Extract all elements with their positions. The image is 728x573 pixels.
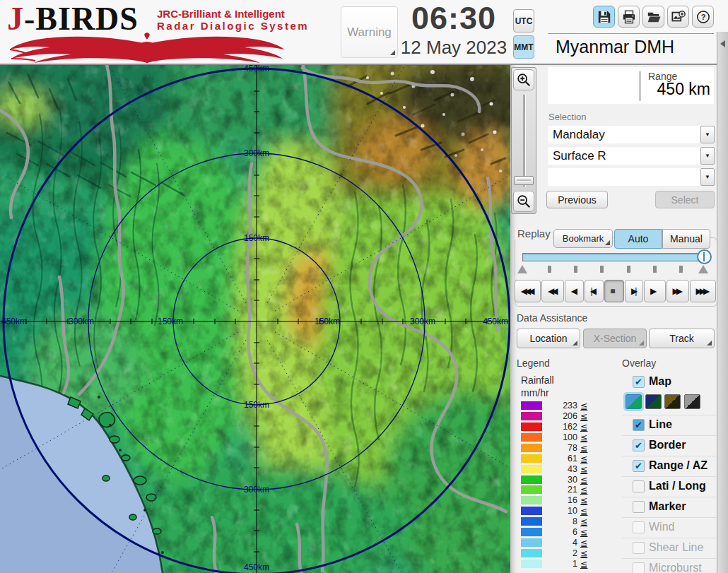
map-style-swatch[interactable] bbox=[645, 394, 662, 409]
track-button[interactable]: Track bbox=[649, 329, 715, 348]
add-image-button[interactable] bbox=[667, 6, 689, 28]
control-panel: Range 450 km Selection Mandalay ▼ Surfac… bbox=[510, 65, 717, 573]
bookmark-button[interactable]: Bookmark bbox=[553, 229, 613, 248]
selection-label: Selection bbox=[548, 112, 586, 122]
stop-button[interactable]: ■ bbox=[604, 280, 625, 302]
legend-swatch bbox=[521, 485, 542, 494]
checkbox[interactable] bbox=[633, 501, 645, 513]
site-dropdown-value[interactable]: Mandalay bbox=[548, 126, 700, 143]
playback-controls: ◀◀◀ ◀◀ ◀ |◀ ■ ▶| ▶ ▶▶ ▶▶▶ bbox=[515, 280, 717, 302]
checkbox[interactable]: ✔ bbox=[633, 419, 645, 431]
zoom-slider-handle[interactable] bbox=[514, 176, 534, 185]
help-icon: ? bbox=[696, 10, 710, 24]
toolbar: ? bbox=[593, 6, 714, 28]
checkbox[interactable] bbox=[633, 480, 645, 492]
skip-to-end-button[interactable]: ▶| bbox=[625, 280, 643, 302]
clock-date: 12 May 2023 bbox=[398, 37, 510, 58]
overlay-label: Overlay bbox=[622, 358, 656, 369]
legend-swatch bbox=[521, 517, 542, 526]
option-dropdown-button[interactable]: ▼ bbox=[700, 168, 715, 186]
overlay-item-line[interactable]: ✔ Line bbox=[622, 418, 717, 434]
logo-title-accent: J bbox=[7, 1, 24, 37]
data-assistance-label: Data Assistance bbox=[517, 312, 587, 324]
overlay-item-marker[interactable]: Marker bbox=[622, 500, 717, 516]
overlay-item-lati-long[interactable]: Lati / Long bbox=[622, 480, 717, 495]
legend-swatch bbox=[521, 444, 542, 452]
logo-title-rest: -BIRDS bbox=[24, 1, 139, 37]
location-button[interactable]: Location bbox=[517, 329, 580, 348]
legend-swatch bbox=[521, 528, 542, 536]
ring-label: 450km bbox=[1, 317, 27, 326]
overlay-item-microburst: Microburst bbox=[622, 562, 717, 573]
print-button[interactable] bbox=[618, 6, 640, 28]
replay-label: Replay bbox=[515, 228, 553, 240]
open-folder-icon bbox=[647, 10, 661, 24]
checkbox[interactable]: ✔ bbox=[633, 376, 645, 388]
replay-timeline-slider[interactable] bbox=[522, 253, 710, 261]
ring-label: 450km bbox=[483, 317, 508, 326]
overlay-item-map[interactable]: ✔ Map bbox=[622, 375, 717, 391]
zoom-out-button[interactable] bbox=[513, 191, 534, 212]
ring-label: 150km bbox=[244, 400, 269, 410]
play-backward-button[interactable]: ◀ bbox=[565, 280, 584, 302]
option-dropdown-value[interactable] bbox=[548, 168, 700, 186]
clock: 06:30 12 May 2023 bbox=[398, 0, 510, 58]
x-section-button[interactable]: X-Section bbox=[583, 329, 647, 348]
checkbox bbox=[633, 521, 645, 533]
ring-label: 450km bbox=[244, 65, 269, 73]
forward-fastest-button[interactable]: ▶▶▶ bbox=[690, 280, 716, 302]
play-button[interactable]: ▶ bbox=[644, 280, 666, 302]
product-dropdown-button[interactable]: ▼ bbox=[700, 147, 715, 165]
timezone-utc-button[interactable]: UTC bbox=[513, 9, 534, 33]
overlay-item-border[interactable]: ✔ Border bbox=[622, 439, 717, 454]
forward-fast-button[interactable]: ▶▶ bbox=[667, 280, 689, 302]
zoom-slider-track[interactable] bbox=[523, 95, 526, 187]
ring-label: 300km bbox=[410, 317, 435, 326]
clock-time: 06:30 bbox=[398, 0, 510, 37]
chevron-down-icon: ▼ bbox=[705, 174, 710, 180]
timezone-mmt-button[interactable]: MMT bbox=[513, 35, 534, 59]
logo-tagline: JRC-Brilliant & Intelligent Radar Dialog… bbox=[157, 8, 309, 32]
print-icon bbox=[622, 10, 636, 24]
add-image-icon bbox=[671, 10, 686, 24]
map-style-swatch[interactable] bbox=[664, 394, 681, 409]
manual-mode-button[interactable]: Manual bbox=[662, 229, 710, 249]
overlay-item-range-az[interactable]: ✔ Range / AZ bbox=[622, 459, 717, 475]
map-zoom-panel bbox=[511, 67, 536, 214]
zoom-in-button[interactable] bbox=[513, 69, 534, 90]
legend-unit: mm/hr bbox=[521, 387, 549, 398]
warning-button[interactable]: Warning bbox=[341, 6, 398, 58]
legend-swatch bbox=[521, 454, 542, 463]
rewind-fast-button[interactable]: ◀◀ bbox=[541, 280, 564, 302]
auto-mode-button[interactable]: Auto bbox=[614, 229, 662, 249]
select-button[interactable]: Select bbox=[655, 191, 715, 208]
open-folder-button[interactable] bbox=[642, 6, 664, 28]
ring-label: 300km bbox=[244, 148, 269, 158]
save-button[interactable] bbox=[593, 6, 615, 28]
timeline-end-marker[interactable] bbox=[698, 265, 708, 273]
save-icon bbox=[597, 10, 611, 24]
help-button[interactable]: ? bbox=[692, 6, 714, 28]
product-dropdown-value[interactable]: Surface R bbox=[548, 147, 700, 165]
legend-title: Rainfall bbox=[521, 374, 554, 386]
ring-label: 150km bbox=[315, 317, 340, 326]
legend-swatch bbox=[521, 538, 542, 547]
map-style-swatch[interactable] bbox=[626, 394, 642, 409]
map-style-swatch[interactable] bbox=[684, 394, 700, 409]
timeline-start-marker[interactable] bbox=[517, 265, 527, 273]
svg-text:?: ? bbox=[700, 13, 705, 21]
skip-to-start-button[interactable]: |◀ bbox=[585, 280, 604, 302]
chevron-down-icon: ▼ bbox=[705, 131, 710, 138]
radar-map[interactable]: 450km 300km 150km 150km 300km 450km 450k… bbox=[0, 65, 510, 573]
checkbox[interactable]: ✔ bbox=[633, 439, 645, 451]
previous-button[interactable]: Previous bbox=[546, 191, 608, 208]
checkbox bbox=[633, 562, 645, 573]
legend-swatch bbox=[521, 560, 542, 568]
checkbox[interactable]: ✔ bbox=[633, 460, 645, 472]
rewind-fastest-button[interactable]: ◀◀◀ bbox=[515, 280, 541, 302]
ring-label: 150km bbox=[158, 317, 183, 326]
checkbox bbox=[633, 542, 645, 554]
panel-collapse-strip[interactable] bbox=[717, 32, 728, 573]
site-dropdown-button[interactable]: ▼ bbox=[700, 126, 715, 143]
replay-slider-thumb[interactable] bbox=[697, 249, 712, 264]
